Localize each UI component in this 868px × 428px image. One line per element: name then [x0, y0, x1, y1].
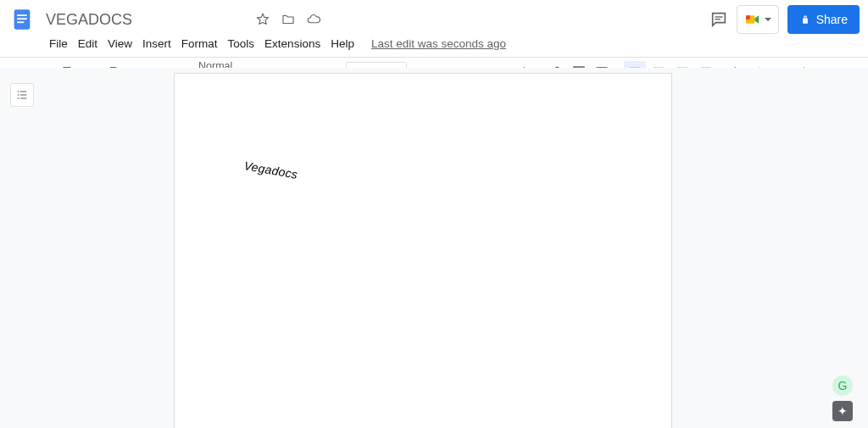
document-title-input[interactable] [42, 9, 246, 31]
menu-file[interactable]: File [44, 34, 73, 53]
svg-rect-1 [17, 14, 27, 16]
menu-edit[interactable]: Edit [73, 34, 103, 53]
svg-rect-5 [715, 19, 720, 19]
menu-format[interactable]: Format [176, 34, 223, 53]
last-edit-link[interactable]: Last edit was seconds ago [371, 37, 506, 50]
star-icon[interactable] [254, 11, 271, 28]
svg-rect-7 [746, 15, 750, 19]
menu-view[interactable]: View [103, 34, 137, 53]
outline-toggle-button[interactable] [10, 83, 34, 107]
wordart-text[interactable]: Vegadocs [243, 158, 299, 181]
svg-rect-3 [17, 21, 24, 23]
svg-rect-2 [17, 18, 27, 19]
cloud-status-icon[interactable] [305, 11, 322, 28]
move-folder-icon[interactable] [280, 11, 297, 28]
explore-button[interactable]: ✦ [832, 401, 853, 421]
grammarly-icon[interactable]: G [832, 375, 853, 396]
share-button[interactable]: Share [787, 5, 860, 34]
svg-rect-4 [715, 16, 722, 17]
document-page[interactable]: Vegadocs [174, 73, 672, 428]
menu-extensions[interactable]: Extensions [259, 34, 326, 53]
meet-button[interactable] [737, 5, 779, 34]
comment-history-button[interactable] [709, 5, 728, 34]
menu-tools[interactable]: Tools [223, 34, 260, 53]
menu-insert[interactable]: Insert [137, 34, 176, 53]
share-button-label: Share [816, 13, 848, 26]
docs-app-icon[interactable] [8, 3, 36, 36]
menu-help[interactable]: Help [326, 34, 359, 53]
document-canvas[interactable]: Vegadocs G ✦ [0, 68, 868, 428]
